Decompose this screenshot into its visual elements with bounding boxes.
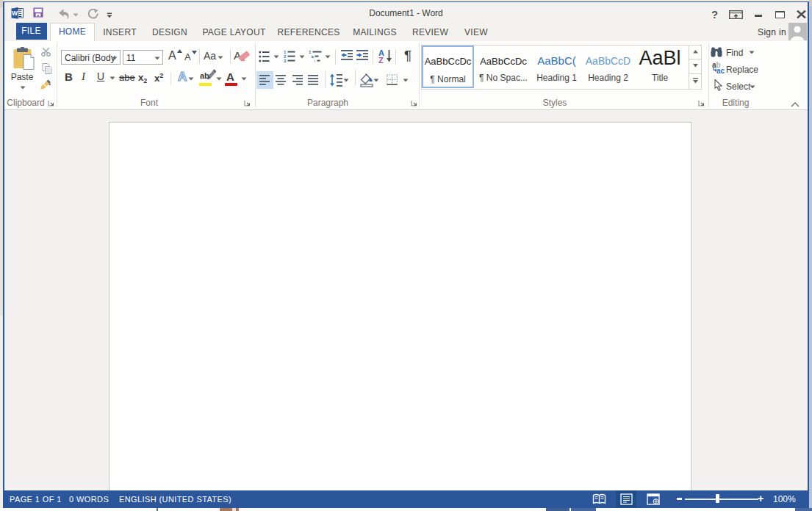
svg-text:i: i: [315, 59, 315, 63]
svg-text:Z: Z: [378, 56, 384, 64]
svg-text:3: 3: [284, 59, 287, 63]
